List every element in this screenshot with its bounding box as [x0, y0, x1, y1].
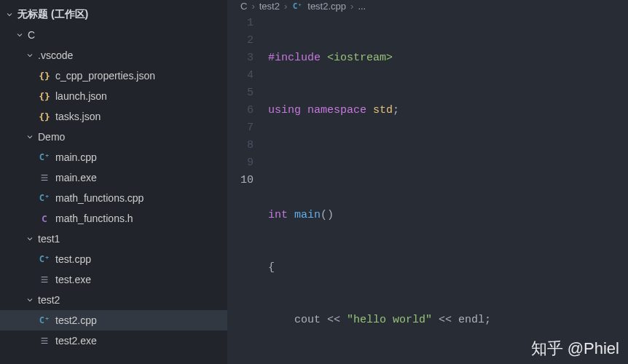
- editor-pane: C › test2 › C⁺ test2.cpp › ... 1 2 3 4 5…: [227, 0, 628, 364]
- file-main-exe[interactable]: main.exe: [0, 167, 227, 188]
- cpp-icon: C⁺: [38, 314, 51, 327]
- workspace-header[interactable]: 无标题 (工作区): [0, 4, 227, 25]
- breadcrumb-item[interactable]: test2: [259, 1, 280, 12]
- json-icon: {}: [38, 69, 51, 82]
- line-number: 6: [227, 102, 254, 119]
- file-mathf-h[interactable]: C math_functions.h: [0, 208, 227, 229]
- tok: ;: [393, 104, 399, 116]
- chevron-down-icon: [25, 234, 35, 244]
- chevron-down-icon: [15, 30, 25, 40]
- tok: #include: [268, 52, 321, 64]
- file-mathf-cpp[interactable]: C⁺ math_functions.cpp: [0, 188, 227, 208]
- file-label: test.exe: [55, 274, 91, 285]
- json-icon: {}: [38, 110, 51, 123]
- line-number: 2: [227, 32, 254, 50]
- code-content[interactable]: #include <iostream> using namespace std;…: [268, 15, 628, 364]
- chevron-right-icon: ›: [284, 1, 287, 12]
- line-number: 9: [227, 154, 254, 172]
- folder-label: test2: [38, 294, 60, 306]
- line-number: 8: [227, 137, 254, 154]
- folder-label: Demo: [38, 131, 65, 143]
- file-label: test2.exe: [55, 335, 97, 347]
- file-label: math_functions.cpp: [55, 192, 144, 204]
- file-explorer: 无标题 (工作区) C .vscode {} c_cpp_properties.…: [0, 0, 227, 364]
- tok: <<: [321, 314, 347, 326]
- cpp-icon: C⁺: [38, 151, 51, 164]
- chevron-down-icon: [25, 50, 35, 60]
- file-label: main.cpp: [55, 151, 97, 163]
- file-label: main.exe: [55, 172, 97, 183]
- breadcrumb[interactable]: C › test2 › C⁺ test2.cpp › ...: [227, 0, 628, 12]
- folder-c[interactable]: C: [0, 25, 227, 45]
- line-number: 1: [227, 15, 254, 32]
- file-label: test.cpp: [55, 253, 91, 265]
- workspace-label: 无标题 (工作区): [17, 8, 88, 21]
- file-label: test2.cpp: [55, 314, 97, 326]
- folder-test2[interactable]: test2: [0, 290, 227, 310]
- file-ccpp-properties[interactable]: {} c_cpp_properties.json: [0, 66, 227, 86]
- line-number: 10: [227, 172, 254, 189]
- chevron-down-icon: [25, 295, 35, 305]
- exe-icon: [38, 334, 51, 347]
- folder-label: test1: [38, 233, 60, 245]
- exe-icon: [38, 171, 51, 184]
- tok: std: [366, 104, 393, 116]
- tok: <iostream>: [321, 52, 393, 64]
- tok: {: [268, 261, 275, 274]
- file-tasks[interactable]: {} tasks.json: [0, 106, 227, 127]
- cpp-icon: C⁺: [291, 0, 303, 12]
- chevron-down-icon: [25, 132, 35, 142]
- file-test-cpp[interactable]: C⁺ test.cpp: [0, 249, 227, 269]
- line-number: 5: [227, 84, 254, 102]
- code-area[interactable]: 1 2 3 4 5 6 7 8 9 10 #include <iostream>…: [227, 12, 628, 364]
- file-test2-exe[interactable]: test2.exe: [0, 331, 227, 351]
- file-label: launch.json: [55, 90, 107, 102]
- folder-vscode[interactable]: .vscode: [0, 45, 227, 66]
- chevron-right-icon: ›: [251, 1, 254, 12]
- chevron-down-icon: [4, 9, 15, 20]
- cpp-icon: C⁺: [38, 191, 51, 205]
- tok: main: [288, 209, 321, 221]
- line-number: 7: [227, 119, 254, 137]
- tok: "hello world": [347, 314, 432, 326]
- breadcrumb-item[interactable]: ...: [358, 1, 366, 12]
- file-test-exe[interactable]: test.exe: [0, 269, 227, 290]
- chevron-right-icon: ›: [350, 1, 353, 12]
- file-launch[interactable]: {} launch.json: [0, 86, 227, 106]
- folder-label: .vscode: [38, 50, 73, 61]
- breadcrumb-item[interactable]: C: [240, 1, 247, 12]
- tok: endl: [458, 314, 484, 326]
- tok: <<: [432, 314, 458, 326]
- tok: namespace: [301, 104, 366, 116]
- line-number: 3: [227, 50, 254, 67]
- tok: ;: [484, 314, 491, 326]
- tok: cout: [294, 314, 321, 326]
- tok: (): [321, 209, 334, 221]
- folder-demo[interactable]: Demo: [0, 127, 227, 147]
- cpp-icon: C⁺: [38, 253, 51, 266]
- file-label: c_cpp_properties.json: [55, 70, 155, 82]
- tok: using: [268, 104, 301, 116]
- file-label: math_functions.h: [55, 213, 133, 224]
- file-main-cpp[interactable]: C⁺ main.cpp: [0, 147, 227, 167]
- exe-icon: [38, 273, 51, 286]
- line-gutter: 1 2 3 4 5 6 7 8 9 10: [227, 15, 268, 364]
- file-test2-cpp[interactable]: C⁺ test2.cpp: [0, 310, 227, 331]
- tok: int: [268, 209, 288, 221]
- folder-label: C: [28, 29, 35, 41]
- json-icon: {}: [38, 90, 51, 103]
- c-header-icon: C: [38, 212, 51, 225]
- breadcrumb-item[interactable]: test2.cpp: [307, 1, 346, 12]
- line-number: 4: [227, 67, 254, 84]
- folder-test1[interactable]: test1: [0, 229, 227, 249]
- file-label: tasks.json: [55, 111, 101, 122]
